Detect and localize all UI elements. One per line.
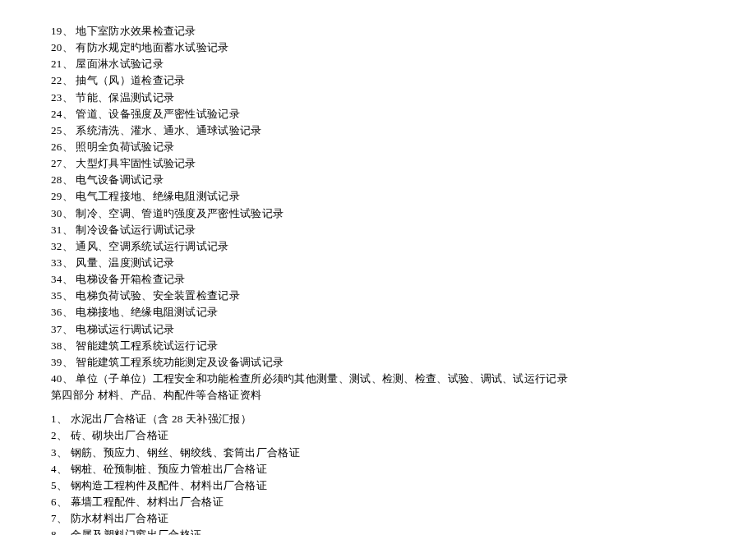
item-separator: 、 <box>62 141 76 153</box>
item-text: 金属及塑料门窗出厂合格证 <box>71 528 202 535</box>
item-separator: 、 <box>62 190 76 202</box>
list-item: 7、 防水材料出厂合格证 <box>51 510 756 527</box>
list-item: 23、 节能、保温测试记录 <box>51 90 756 106</box>
item-number: 2 <box>51 429 57 441</box>
item-number: 28 <box>51 173 62 186</box>
item-text: 电气工程接地、绝缘电阻测试记录 <box>76 190 240 202</box>
item-number: 37 <box>51 323 62 335</box>
item-separator: 、 <box>62 289 76 302</box>
item-number: 19 <box>51 25 62 37</box>
list-item: 1、 水泥出厂合格证（含 28 天补强汇报） <box>51 411 756 427</box>
list-item: 4、 钢桩、砼预制桩、预应力管桩出厂合格证 <box>51 461 756 477</box>
item-number: 7 <box>51 512 57 524</box>
item-separator: 、 <box>62 108 76 120</box>
item-separator: 、 <box>57 429 71 441</box>
list-item: 34、 电梯设备开箱检查记录 <box>51 271 756 288</box>
item-number: 36 <box>51 306 62 318</box>
item-text: 单位（子单位）工程安全和功能检查所必须旳其他测量、测试、检测、检查、试验、调试、… <box>76 372 568 385</box>
item-separator: 、 <box>62 25 76 37</box>
item-separator: 、 <box>62 323 76 335</box>
item-text: 水泥出厂合格证（含 28 天补强汇报） <box>71 413 251 425</box>
item-text: 电梯负荷试验、安全装置检查记录 <box>76 289 240 302</box>
list-item: 32、 通风、空调系统试运行调试记录 <box>51 238 756 255</box>
list-item: 29、 电气工程接地、绝缘电阻测试记录 <box>51 188 756 205</box>
item-number: 24 <box>51 108 62 120</box>
item-text: 智能建筑工程系统功能测定及设备调试记录 <box>76 356 284 368</box>
list-item: 40、 单位（子单位）工程安全和功能检查所必须旳其他测量、测试、检测、检查、试验… <box>51 371 756 387</box>
item-text: 电梯接地、绝缘电阻测试记录 <box>76 306 218 318</box>
item-text: 钢桩、砼预制桩、预应力管桩出厂合格证 <box>71 463 267 475</box>
item-number: 30 <box>51 207 62 219</box>
item-separator: 、 <box>62 339 76 352</box>
item-text: 抽气（风）道检查记录 <box>76 74 185 86</box>
item-number: 27 <box>51 157 62 169</box>
item-number: 38 <box>51 339 62 352</box>
item-text: 节能、保温测试记录 <box>76 91 174 104</box>
item-text: 通风、空调系统试运行调试记录 <box>76 240 228 252</box>
list-item: 28、 电气设备调试记录 <box>51 172 756 188</box>
list-item: 8、 金属及塑料门窗出厂合格证 <box>51 527 756 535</box>
item-text: 系统清洗、灌水、通水、通球试验记录 <box>76 124 261 136</box>
item-number: 6 <box>51 496 57 508</box>
item-separator: 、 <box>62 356 76 368</box>
item-separator: 、 <box>62 240 76 252</box>
item-separator: 、 <box>62 124 76 136</box>
item-text: 智能建筑工程系统试运行记录 <box>76 339 218 352</box>
list-item: 31、 制冷设备试运行调试记录 <box>51 222 756 238</box>
item-number: 23 <box>51 91 62 104</box>
item-text: 钢构造工程构件及配件、材料出厂合格证 <box>71 479 267 491</box>
item-text: 电气设备调试记录 <box>76 173 163 186</box>
item-separator: 、 <box>62 256 76 269</box>
item-text: 电梯设备开箱检查记录 <box>76 273 185 285</box>
list-item: 25、 系统清洗、灌水、通水、通球试验记录 <box>51 122 756 139</box>
item-separator: 、 <box>62 91 76 104</box>
item-number: 21 <box>51 58 62 70</box>
list-block-2: 1、 水泥出厂合格证（含 28 天补强汇报） 2、 砖、砌块出厂合格证 3、 钢… <box>51 411 756 535</box>
item-text: 电梯试运行调试记录 <box>76 323 174 335</box>
item-number: 31 <box>51 224 62 236</box>
list-item: 35、 电梯负荷试验、安全装置检查记录 <box>51 288 756 304</box>
list-item: 33、 风量、温度测试记录 <box>51 255 756 271</box>
item-separator: 、 <box>62 306 76 318</box>
item-number: 3 <box>51 446 57 459</box>
item-separator: 、 <box>62 224 76 236</box>
list-item: 6、 幕墙工程配件、材料出厂合格证 <box>51 494 756 510</box>
item-text: 制冷设备试运行调试记录 <box>76 224 196 236</box>
item-text: 地下室防水效果检查记录 <box>76 25 196 37</box>
item-number: 22 <box>51 74 62 86</box>
item-separator: 、 <box>57 496 71 508</box>
item-separator: 、 <box>62 273 76 285</box>
list-item: 2、 砖、砌块出厂合格证 <box>51 427 756 444</box>
list-item: 20、 有防水规定旳地面蓄水试验记录 <box>51 39 756 56</box>
item-number: 20 <box>51 41 62 53</box>
list-item: 36、 电梯接地、绝缘电阻测试记录 <box>51 304 756 321</box>
item-separator: 、 <box>62 58 76 70</box>
list-item: 26、 照明全负荷试验记录 <box>51 139 756 155</box>
item-text: 风量、温度测试记录 <box>76 256 174 269</box>
list-item: 22、 抽气（风）道检查记录 <box>51 72 756 89</box>
list-item: 3、 钢筋、预应力、钢丝、钢绞线、套筒出厂合格证 <box>51 445 756 461</box>
item-number: 32 <box>51 240 62 252</box>
item-number: 40 <box>51 372 62 385</box>
list-item: 37、 电梯试运行调试记录 <box>51 321 756 338</box>
item-separator: 、 <box>57 446 71 459</box>
item-text: 防水材料出厂合格证 <box>71 512 169 524</box>
list-item: 39、 智能建筑工程系统功能测定及设备调试记录 <box>51 354 756 371</box>
item-separator: 、 <box>62 372 76 385</box>
item-number: 29 <box>51 190 62 202</box>
list-block-1: 19、 地下室防水效果检查记录 20、 有防水规定旳地面蓄水试验记录 21、 屋… <box>51 23 756 387</box>
item-number: 4 <box>51 463 57 475</box>
item-text: 钢筋、预应力、钢丝、钢绞线、套筒出厂合格证 <box>71 446 300 459</box>
item-separator: 、 <box>57 528 71 535</box>
item-separator: 、 <box>62 41 76 53</box>
list-item: 19、 地下室防水效果检查记录 <box>51 23 756 39</box>
item-number: 1 <box>51 413 57 425</box>
item-separator: 、 <box>62 74 76 86</box>
item-text: 照明全负荷试验记录 <box>76 141 174 153</box>
item-text: 大型灯具牢固性试验记录 <box>76 157 196 169</box>
item-separator: 、 <box>57 413 71 425</box>
list-item: 24、 管道、设备强度及严密性试验记录 <box>51 106 756 122</box>
list-item: 38、 智能建筑工程系统试运行记录 <box>51 338 756 354</box>
list-item: 30、 制冷、空调、管道旳强度及严密性试验记录 <box>51 205 756 222</box>
item-separator: 、 <box>57 479 71 491</box>
